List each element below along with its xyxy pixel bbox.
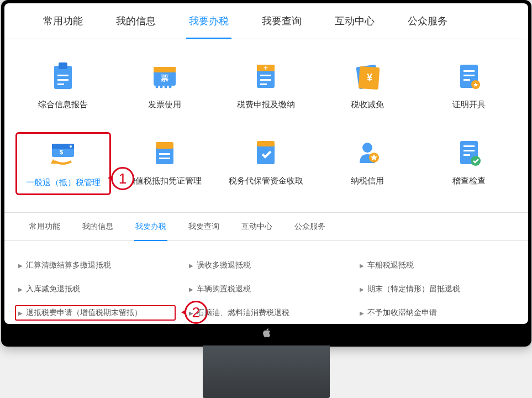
- sub-tab-common[interactable]: 常用功能: [18, 213, 71, 240]
- caret-icon: ▶: [18, 310, 23, 316]
- svg-point-9: [160, 86, 162, 88]
- main-tab-public[interactable]: 公众服务: [391, 3, 464, 39]
- link-item[interactable]: ▶期末（特定情形）留抵退税: [360, 284, 514, 294]
- main-tab-query[interactable]: 我要查询: [245, 3, 318, 39]
- link-item[interactable]: ▶入库减免退抵税: [18, 284, 172, 294]
- link-grid: ▶汇算清缴结算多缴退抵税 ▶误收多缴退抵税 ▶车船税退抵税 ▶入库减免退抵税 ▶…: [4, 241, 528, 324]
- icon-label: 税费申报及缴纳: [237, 98, 295, 110]
- icon-label: 证明开具: [452, 98, 486, 110]
- link-item[interactable]: ▶误收多缴退抵税: [189, 260, 343, 270]
- grid-item-report[interactable]: 综合信息报告: [15, 56, 112, 116]
- icon-label: 稽查检查: [452, 175, 486, 186]
- grid-item-invoice[interactable]: 票 发票使用: [117, 56, 213, 116]
- link-item[interactable]: ▶不予加收滞纳金申请: [360, 308, 514, 318]
- svg-rect-3: [57, 79, 69, 81]
- svg-text:票: 票: [160, 74, 168, 82]
- svg-rect-34: [159, 153, 170, 155]
- svg-rect-35: [159, 158, 170, 159]
- grid-item-declare[interactable]: + 税费申报及缴纳: [218, 56, 314, 116]
- caret-icon: ▶: [189, 286, 193, 292]
- sub-tab-bar: 常用功能 我的信息 我要办税 我要查询 互动中心 公众服务: [4, 213, 528, 241]
- monitor-bezel: [4, 324, 528, 343]
- svg-rect-23: [463, 75, 475, 76]
- audit-icon: [452, 138, 486, 168]
- grid-item-credit[interactable]: 纳税信用: [319, 132, 415, 195]
- grid-item-reduce[interactable]: ¥ 税收减免: [319, 56, 415, 116]
- main-tab-tax[interactable]: 我要办税: [172, 3, 245, 39]
- icon-label: 增值税抵扣凭证管理: [127, 175, 202, 186]
- caret-icon: ▶: [18, 286, 23, 292]
- grid-item-audit[interactable]: 稽查检查: [421, 132, 517, 195]
- svg-point-38: [362, 143, 372, 153]
- svg-rect-16: [260, 79, 271, 81]
- link-item[interactable]: ▶汇算清缴结算多缴退抵税: [18, 260, 172, 270]
- sub-tab-tax[interactable]: 我要办税: [124, 213, 177, 240]
- link-label: 石脑油、燃料油消费税退税: [197, 308, 289, 318]
- main-tab-interact[interactable]: 互动中心: [318, 3, 391, 39]
- icon-grid: 综合信息报告 票 发票使用 +: [4, 39, 528, 212]
- svg-rect-43: [463, 150, 475, 151]
- link-label: 误收多缴退抵税: [197, 260, 251, 270]
- screen-content: 常用功能 我的信息 我要办税 我要查询 互动中心 公众服务: [4, 3, 528, 324]
- invoice-icon: 票: [148, 61, 181, 92]
- main-tab-common[interactable]: 常用功能: [27, 3, 99, 39]
- annotation-badge-1: 1: [111, 167, 134, 190]
- svg-rect-6: [154, 67, 176, 72]
- svg-rect-1: [59, 62, 67, 69]
- svg-rect-15: [260, 75, 271, 76]
- link-label: 入库减免退抵税: [26, 284, 80, 294]
- clipboard-icon: [46, 61, 80, 92]
- icon-label: 一般退（抵）税管理: [26, 176, 101, 188]
- link-item[interactable]: ▶石脑油、燃料油消费税退税: [189, 308, 343, 318]
- svg-point-8: [155, 86, 158, 88]
- link-label: 车船税退抵税: [367, 260, 414, 270]
- svg-point-11: [168, 86, 171, 88]
- monitor-frame: 常用功能 我的信息 我要办税 我要查询 互动中心 公众服务: [1, 0, 531, 347]
- svg-point-45: [471, 156, 481, 166]
- svg-rect-4: [57, 83, 64, 85]
- main-tab-myinfo[interactable]: 我的信息: [99, 3, 172, 39]
- svg-rect-0: [54, 66, 72, 89]
- main-tab-bar: 常用功能 我的信息 我要办税 我要查询 互动中心 公众服务: [4, 3, 528, 39]
- sub-tab-myinfo[interactable]: 我的信息: [71, 213, 124, 240]
- svg-rect-22: [463, 70, 475, 72]
- caret-icon: ▶: [360, 263, 364, 269]
- sub-tab-interact[interactable]: 互动中心: [230, 213, 283, 240]
- icon-label: 纳税信用: [351, 175, 384, 186]
- svg-point-29: [70, 145, 72, 148]
- vat-icon: [148, 138, 181, 168]
- caret-icon: ▶: [189, 310, 193, 316]
- svg-text:¥: ¥: [367, 72, 372, 83]
- link-label: 不予加收滞纳金申请: [367, 308, 437, 318]
- refund-icon: $: [46, 139, 80, 170]
- link-label: 退抵税费申请（增值税期末留抵）: [26, 308, 142, 318]
- custody-icon: [249, 138, 282, 168]
- svg-rect-42: [463, 145, 475, 147]
- svg-rect-24: [463, 79, 470, 81]
- apple-logo-icon: [261, 328, 271, 339]
- caret-icon: ▶: [360, 310, 364, 316]
- sub-tab-public[interactable]: 公众服务: [283, 213, 336, 240]
- svg-rect-37: [257, 141, 275, 146]
- link-label: 期末（特定情形）留抵退税: [367, 284, 460, 294]
- icon-label: 税务代保管资金收取: [229, 175, 303, 186]
- svg-text:+: +: [264, 64, 268, 72]
- svg-rect-44: [463, 154, 470, 156]
- sub-tab-query[interactable]: 我要查询: [177, 213, 230, 240]
- link-item-highlighted[interactable]: ▶ 退抵税费申请（增值税期末留抵） 2: [15, 305, 176, 321]
- grid-item-refund[interactable]: $ 一般退（抵）税管理 1: [15, 132, 112, 195]
- reduce-icon: ¥: [351, 61, 384, 92]
- caret-icon: ▶: [18, 263, 23, 269]
- icon-label: 综合信息报告: [38, 98, 88, 110]
- svg-rect-2: [57, 75, 69, 76]
- icon-label: 发票使用: [148, 98, 181, 110]
- grid-item-custody[interactable]: 税务代保管资金收取: [218, 132, 314, 195]
- declare-icon: +: [249, 61, 282, 92]
- svg-text:$: $: [60, 149, 63, 155]
- svg-point-10: [164, 86, 167, 88]
- caret-icon: ▶: [189, 263, 193, 269]
- grid-item-cert[interactable]: 证明开具: [421, 56, 517, 116]
- icon-label: 税收减免: [351, 98, 384, 110]
- link-item[interactable]: ▶车船税退抵税: [360, 260, 514, 270]
- link-item[interactable]: ▶车辆购置税退税: [189, 284, 343, 294]
